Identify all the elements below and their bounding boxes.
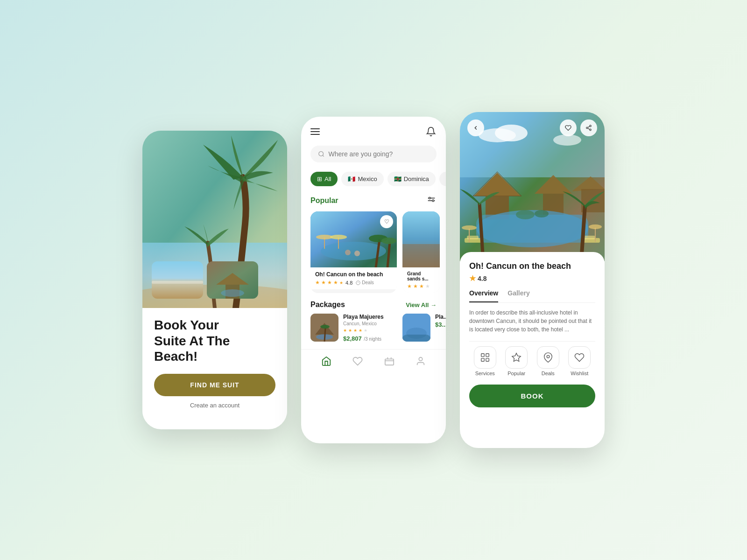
phone-detail: Oh! Cancun on the beach ★ 4.8 Overview G… — [460, 112, 605, 448]
card-rating-cancun: ★★★★★ 4.8 Deals — [315, 280, 392, 286]
svg-rect-59 — [584, 236, 595, 239]
hotel-name: Oh! Cancun on the beach — [469, 261, 595, 271]
package-info-playa: Playa Majueres Cancun, Mexico ★★★★★ $2,8… — [343, 314, 397, 343]
share-button[interactable] — [580, 119, 597, 136]
popular-icon — [505, 346, 528, 369]
card-image-sands — [402, 211, 440, 267]
svg-point-41 — [419, 357, 423, 361]
package-thumb-2 — [402, 314, 430, 342]
view-all-link[interactable]: View All → — [406, 301, 437, 308]
search-bar[interactable] — [310, 146, 437, 162]
filter-dominica[interactable]: 🇩🇲 Dominica — [388, 172, 436, 186]
svg-point-61 — [462, 225, 477, 230]
svg-point-8 — [221, 289, 244, 297]
hotel-rating: ★ 4.8 — [469, 274, 595, 283]
filter-all[interactable]: ⊞ All — [310, 172, 338, 186]
create-account-link[interactable]: Create an account — [154, 402, 275, 409]
package-cards-row: Playa Majueres Cancun, Mexico ★★★★★ $2,8… — [301, 314, 446, 343]
svg-point-70 — [590, 129, 592, 131]
popular-section-header: Popular — [301, 192, 446, 211]
hotel-detail-card: Oh! Cancun on the beach ★ 4.8 Overview G… — [460, 252, 605, 407]
browse-header — [301, 117, 446, 142]
back-button[interactable] — [467, 119, 484, 136]
svg-line-10 — [323, 155, 324, 157]
svg-rect-74 — [486, 354, 489, 357]
notification-icon[interactable] — [425, 126, 437, 137]
deals-badge: Deals — [356, 280, 374, 285]
package-nights-playa: /3 nights — [364, 336, 381, 342]
deals-label: Deals — [542, 371, 555, 376]
packages-section-header: Packages View All → — [301, 293, 446, 314]
popular-label: Popular — [507, 371, 525, 376]
detail-icons-row: Services Popular — [469, 341, 595, 379]
package-info-2: Pla... $3... — [435, 314, 446, 328]
svg-rect-3 — [152, 261, 203, 299]
svg-point-68 — [590, 125, 592, 127]
phone-browse: ⊞ All 🇲🇽 Mexico 🇩🇲 Dominica 🇨🇺 Popular — [301, 117, 446, 443]
deals-icon-item[interactable]: Deals — [537, 346, 559, 376]
nav-favorites[interactable] — [352, 356, 363, 366]
filter-cuba[interactable]: 🇨🇺 — [439, 172, 446, 186]
wishlist-icon-item[interactable]: Wishlist — [568, 346, 591, 376]
search-icon — [318, 150, 324, 158]
popular-card-cancun[interactable]: ♡ Oh! Cancun on the beach ★★★★★ 4.8 Deal… — [310, 211, 397, 293]
svg-line-71 — [588, 128, 590, 129]
grid-icon: ⊞ — [317, 175, 322, 182]
nav-tickets[interactable] — [384, 356, 395, 366]
svg-point-63 — [589, 224, 602, 229]
book-button[interactable]: BOOK — [469, 385, 595, 407]
svg-rect-31 — [402, 244, 440, 267]
svg-point-20 — [330, 235, 347, 239]
filter-adjust-icon[interactable] — [426, 196, 437, 206]
svg-point-9 — [319, 152, 324, 156]
deals-icon — [537, 346, 559, 369]
svg-rect-57 — [467, 236, 479, 239]
package-card-playa[interactable]: Playa Majueres Cancun, Mexico ★★★★★ $2,8… — [310, 314, 397, 343]
svg-point-24 — [381, 238, 396, 244]
svg-line-35 — [324, 328, 325, 342]
card-info-sands: Grand sands s... ★★★★ — [402, 267, 440, 293]
svg-point-25 — [345, 250, 351, 255]
tab-gallery[interactable]: Gallery — [507, 289, 529, 302]
splash-title: Book Your Suite At The Beach! — [154, 317, 275, 364]
popular-icon-item[interactable]: Popular — [505, 346, 528, 376]
favorite-button-cancun[interactable]: ♡ — [380, 215, 393, 228]
package-card-2[interactable]: Pla... $3... — [402, 314, 440, 343]
wishlist-label: Wishlist — [571, 371, 588, 376]
package-location-playa: Cancun, Mexico — [343, 321, 397, 326]
nav-profile[interactable] — [416, 356, 426, 366]
svg-rect-39 — [402, 335, 430, 342]
package-price-playa: $2,807 — [343, 335, 362, 342]
package-name-playa: Playa Majueres — [343, 314, 397, 320]
filter-mexico[interactable]: 🇲🇽 Mexico — [341, 172, 383, 186]
menu-icon[interactable] — [310, 128, 320, 135]
svg-point-13 — [429, 197, 431, 199]
hero-image — [142, 131, 287, 308]
svg-rect-4 — [152, 281, 203, 284]
splash-content: Book Your Suite At The Beach! FIND ME SU… — [142, 308, 287, 420]
nav-home[interactable] — [321, 356, 331, 366]
popular-card-sands[interactable]: Grand sands s... ★★★★ — [402, 211, 440, 293]
find-suite-button[interactable]: FIND ME SUIT — [154, 374, 275, 396]
popular-cards-row: ♡ Oh! Cancun on the beach ★★★★★ 4.8 Deal… — [301, 211, 446, 293]
svg-point-78 — [547, 355, 550, 358]
mexico-flag-icon: 🇲🇽 — [348, 175, 355, 182]
wishlist-button[interactable] — [560, 119, 577, 136]
photo-resort — [207, 261, 258, 299]
svg-rect-73 — [481, 354, 484, 357]
card-name-cancun: Oh! Cancun on the beach — [315, 271, 392, 278]
popular-title: Popular — [310, 196, 338, 205]
filter-row: ⊞ All 🇲🇽 Mexico 🇩🇲 Dominica 🇨🇺 — [301, 166, 446, 192]
search-input[interactable] — [328, 150, 429, 158]
svg-point-69 — [586, 127, 588, 129]
services-icon-item[interactable]: Services — [474, 346, 496, 376]
svg-point-26 — [354, 251, 360, 256]
hero-right-controls — [560, 119, 597, 136]
package-thumb-playa — [310, 314, 338, 342]
phone-splash: Book Your Suite At The Beach! FIND ME SU… — [142, 131, 287, 429]
wishlist-icon — [568, 346, 591, 369]
detail-tabs: Overview Gallery — [469, 289, 595, 303]
services-icon — [474, 346, 496, 369]
svg-rect-76 — [486, 358, 489, 361]
tab-overview[interactable]: Overview — [469, 289, 498, 302]
